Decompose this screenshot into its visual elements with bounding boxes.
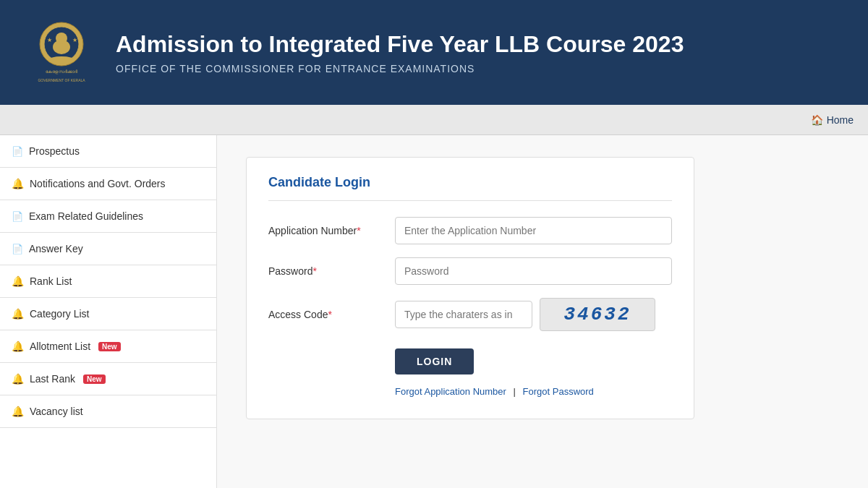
sidebar-item-label: Exam Related Guidelines: [29, 210, 143, 222]
bell-icon: 🔔: [12, 341, 24, 352]
government-logo: ★ ★ കേരള സർക്കാർ GOVERNMENT OF KERALA: [29, 17, 94, 89]
sidebar-item-label: Vacancy list: [30, 406, 83, 417]
document-icon: 📄: [12, 146, 23, 157]
home-icon: 🏠: [811, 114, 823, 126]
login-button-row: LOGIN: [395, 348, 672, 374]
forgot-links: Forgot Application Number | Forgot Passw…: [395, 386, 672, 397]
access-code-inputs: 34632: [395, 298, 655, 331]
home-link[interactable]: 🏠 Home: [811, 114, 854, 126]
sidebar-item-label: Prospectus: [29, 145, 80, 157]
application-number-row: Application Number*: [268, 217, 672, 244]
document-icon: 📄: [12, 244, 23, 254]
required-marker: *: [357, 225, 360, 236]
new-badge: New: [98, 342, 121, 351]
new-badge: New: [83, 374, 106, 384]
svg-text:കേരള സർക്കാർ: കേരള സർക്കാർ: [46, 69, 79, 74]
application-number-input[interactable]: [395, 217, 672, 244]
sidebar-item-label: Last Rank: [30, 373, 75, 385]
document-icon: 📄: [12, 211, 23, 222]
bell-icon: 🔔: [12, 308, 24, 320]
forgot-application-number-link[interactable]: Forgot Application Number: [395, 386, 506, 397]
sidebar-item-label: Category List: [30, 308, 89, 320]
svg-point-3: [56, 33, 67, 44]
password-row: Password*: [268, 257, 672, 285]
bell-icon: 🔔: [12, 406, 24, 417]
sidebar-item-last-rank[interactable]: 🔔 Last Rank New: [0, 363, 216, 395]
sidebar-item-label: Rank List: [30, 275, 72, 287]
sidebar-item-notifications[interactable]: 🔔 Notifications and Govt. Orders: [0, 168, 216, 200]
sidebar-item-exam-guidelines[interactable]: 📄 Exam Related Guidelines: [0, 200, 216, 233]
sidebar: 📄 Prospectus 🔔 Notifications and Govt. O…: [0, 135, 217, 488]
sidebar-item-vacancy-list[interactable]: 🔔 Vacancy list: [0, 395, 216, 428]
access-code-input[interactable]: [395, 301, 532, 328]
nav-bar: 🏠 Home: [0, 105, 868, 135]
sidebar-item-answer-key[interactable]: 📄 Answer Key: [0, 233, 216, 265]
login-box: Candidate Login Application Number* Pass…: [246, 157, 694, 419]
header-title: Admission to Integrated Five Year LLB Co…: [116, 30, 684, 58]
application-number-label: Application Number*: [268, 225, 395, 236]
login-title: Candidate Login: [268, 175, 672, 201]
bell-icon: 🔔: [12, 275, 24, 287]
forgot-separator: |: [514, 386, 516, 397]
content-area: Candidate Login Application Number* Pass…: [217, 135, 868, 488]
sidebar-item-prospectus[interactable]: 📄 Prospectus: [0, 135, 216, 168]
sidebar-item-category-list[interactable]: 🔔 Category List: [0, 298, 216, 330]
svg-rect-4: [58, 35, 60, 41]
password-label: Password*: [268, 265, 395, 277]
sidebar-item-label: Notifications and Govt. Orders: [30, 178, 166, 189]
main-layout: 📄 Prospectus 🔔 Notifications and Govt. O…: [0, 135, 868, 488]
home-label: Home: [827, 114, 854, 126]
access-code-label: Access Code*: [268, 309, 395, 320]
forgot-password-link[interactable]: Forgot Password: [523, 386, 594, 397]
svg-text:★: ★: [47, 37, 52, 43]
header-text-block: Admission to Integrated Five Year LLB Co…: [116, 30, 684, 74]
sidebar-item-label: Answer Key: [29, 243, 83, 254]
svg-text:★: ★: [72, 37, 77, 43]
svg-text:GOVERNMENT OF KERALA: GOVERNMENT OF KERALA: [38, 78, 85, 82]
required-marker: *: [312, 265, 316, 277]
bell-icon: 🔔: [12, 178, 24, 189]
login-button[interactable]: LOGIN: [395, 348, 474, 374]
svg-rect-5: [63, 35, 65, 41]
captcha-image: 34632: [540, 298, 655, 331]
sidebar-item-allotment-list[interactable]: 🔔 Allotment List New: [0, 330, 216, 363]
bell-icon: 🔔: [12, 373, 24, 385]
header-subtitle: OFFICE OF THE COMMISSIONER FOR ENTRANCE …: [116, 63, 475, 74]
required-marker: *: [328, 309, 331, 320]
sidebar-item-rank-list[interactable]: 🔔 Rank List: [0, 265, 216, 298]
svg-point-6: [48, 56, 75, 64]
access-code-row: Access Code* 34632: [268, 298, 672, 331]
password-input[interactable]: [395, 257, 672, 285]
sidebar-item-label: Allotment List: [30, 341, 90, 352]
page-header: ★ ★ കേരള സർക്കാർ GOVERNMENT OF KERALA Ad…: [0, 0, 868, 105]
